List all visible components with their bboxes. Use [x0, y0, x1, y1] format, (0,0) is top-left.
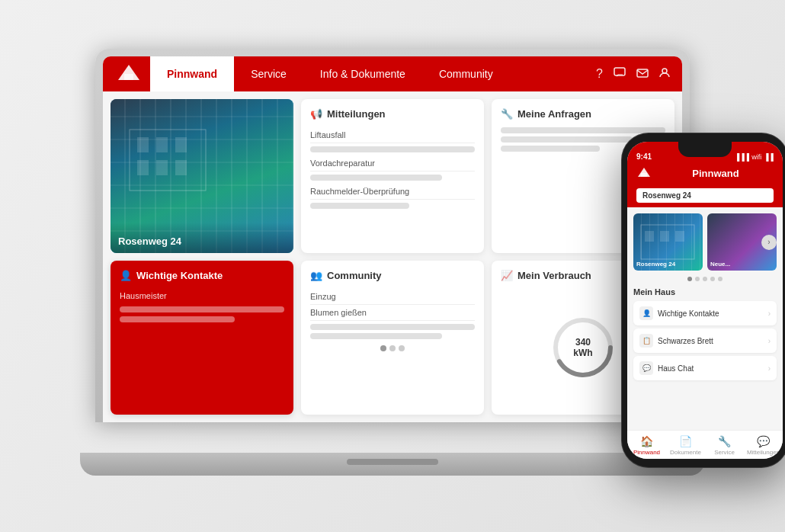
anfragen-title: 🔧 Meine Anfragen — [501, 108, 665, 120]
phone-menu-label-kontakte: Wichtige Kontakte — [658, 309, 719, 318]
app-logo — [115, 63, 143, 85]
dot-3 — [399, 345, 405, 351]
signal-icon: ▐▐▐ — [735, 153, 749, 161]
phone-dot-3 — [703, 277, 707, 281]
phone-img-1: Rosenweg 24 — [633, 213, 703, 271]
pinnwand-nav-label: Pinnwand — [633, 449, 660, 456]
phone-dot-4 — [710, 277, 715, 281]
phone-dot-2 — [695, 277, 700, 281]
phone-bottom-pinnwand[interactable]: 🏠 Pinnwand — [627, 435, 666, 456]
kontakte-item-1: Hausmeister — [120, 289, 284, 303]
kontakte-ph-1 — [120, 306, 284, 312]
chat-icon[interactable] — [614, 67, 626, 81]
phone: 9:41 ▐▐▐ wifi ▐▐ Pinnwand — [621, 133, 785, 468]
phone-bottom-dokumente[interactable]: 📄 Dokumente — [666, 435, 705, 456]
phone-bottom-mitteilungen[interactable]: 💬 Mitteilungen — [744, 435, 783, 456]
placeholder-2 — [310, 175, 442, 181]
svg-rect-3 — [637, 69, 648, 77]
laptop: Pinnwand Service Info & Dokumente Commun… — [95, 49, 690, 476]
community-ph-2 — [310, 333, 442, 339]
tab-pinnwand[interactable]: Pinnwand — [150, 56, 234, 91]
phone-address-bar: Rosenweg 24 — [627, 185, 783, 207]
building-image — [111, 99, 293, 253]
nav-action-icons: ? — [596, 67, 670, 81]
mail-icon[interactable] — [636, 67, 649, 81]
phone-navigation: Pinnwand — [627, 164, 783, 185]
hero-card: Rosenweg 24 — [111, 99, 293, 253]
tab-community[interactable]: Community — [422, 56, 510, 91]
placeholder-1 — [310, 146, 475, 152]
anfragen-icon: 🔧 — [501, 108, 513, 120]
community-icon: 👥 — [310, 270, 322, 281]
content-grid: Rosenweg 24 📢 Mitteilungen Liftausfall V… — [103, 91, 682, 422]
phone-dot-5 — [718, 277, 723, 281]
help-icon[interactable]: ? — [596, 67, 603, 81]
laptop-base — [80, 453, 705, 476]
nav-tabs: Pinnwand Service Info & Dokumente Commun… — [150, 56, 596, 91]
dokumente-nav-icon: 📄 — [678, 435, 694, 447]
top-navigation: Pinnwand Service Info & Dokumente Commun… — [103, 56, 682, 91]
phone-address-pill: Rosenweg 24 — [636, 188, 774, 203]
phone-menu-label-brett: Schwarzes Brett — [658, 337, 713, 345]
dokumente-nav-label: Dokumente — [670, 449, 701, 456]
phone-images-container: Rosenweg 24 Neue... › — [633, 213, 777, 271]
dot-1 — [380, 345, 386, 351]
phone-content: Rosenweg 24 Neue... › — [627, 207, 783, 430]
mitteilung-item-2: Vordachreparatur — [310, 155, 475, 171]
phone-images: Rosenweg 24 Neue... — [633, 213, 777, 271]
svg-rect-6 — [137, 137, 149, 152]
community-card: 👥 Community Einzug Blumen gießen — [301, 261, 484, 415]
laptop-screen: Pinnwand Service Info & Dokumente Commun… — [103, 56, 682, 422]
svg-rect-9 — [137, 160, 149, 175]
svg-rect-17 — [645, 231, 654, 242]
svg-rect-10 — [156, 160, 168, 175]
svg-rect-16 — [641, 225, 694, 259]
mitteilungen-card: 📢 Mitteilungen Liftausfall Vordachrepara… — [301, 99, 484, 253]
anfragen-ph-3 — [501, 146, 600, 152]
svg-rect-1 — [124, 74, 133, 80]
tab-info-dokumente[interactable]: Info & Dokumente — [303, 56, 422, 91]
kontakte-title: 👤 Wichtige Kontakte — [120, 270, 284, 281]
community-title: 👥 Community — [310, 270, 475, 281]
community-item-1: Einzug — [310, 289, 475, 305]
svg-rect-11 — [175, 160, 187, 175]
user-icon[interactable] — [659, 67, 670, 81]
phone-brett-icon: 📋 — [639, 334, 653, 348]
phone-bottom-service[interactable]: 🔧 Service — [705, 435, 744, 456]
phone-menu-item-brett[interactable]: 📋 Schwarzes Brett › — [633, 328, 777, 353]
mitteilungen-icon: 📢 — [310, 108, 322, 120]
phone-menu-item-kontakte[interactable]: 👤 Wichtige Kontakte › — [633, 301, 777, 325]
hero-address-label: Rosenweg 24 — [118, 236, 181, 247]
phone-image-dots — [633, 277, 777, 281]
battery-icon: ▐▐ — [764, 153, 774, 161]
phone-status-icons: ▐▐▐ wifi ▐▐ — [735, 153, 774, 161]
placeholder-3 — [310, 203, 409, 209]
phone-nav-title: Pinnwand — [658, 168, 774, 179]
phone-screen: 9:41 ▐▐▐ wifi ▐▐ Pinnwand — [627, 142, 783, 459]
svg-rect-18 — [660, 231, 669, 242]
laptop-body: Pinnwand Service Info & Dokumente Commun… — [95, 49, 690, 422]
service-nav-icon: 🔧 — [717, 435, 732, 447]
img-label-1: Rosenweg 24 — [636, 261, 675, 268]
chevron-right-icon-2: › — [768, 337, 771, 345]
chevron-right-icon-3: › — [768, 364, 771, 373]
phone-kontakte-icon: 👤 — [639, 306, 653, 320]
svg-rect-19 — [675, 231, 684, 242]
phone-dot-1 — [687, 277, 692, 281]
mitteilungen-title: 📢 Mitteilungen — [310, 108, 475, 120]
svg-rect-8 — [175, 137, 187, 152]
phone-menu-label-chat: Haus Chat — [658, 364, 694, 373]
service-nav-label: Service — [714, 449, 735, 456]
pinnwand-nav-icon: 🏠 — [639, 435, 655, 447]
phone-time: 9:41 — [636, 152, 652, 161]
svg-rect-15 — [641, 173, 647, 177]
tab-service[interactable]: Service — [234, 56, 303, 91]
phone-menu-item-chat[interactable]: 💬 Haus Chat › — [633, 356, 777, 380]
mitteilungen-nav-icon: 💬 — [756, 435, 771, 447]
images-next-button[interactable]: › — [761, 235, 777, 250]
kontakte-icon: 👤 — [120, 270, 132, 281]
verbrauch-icon: 📈 — [501, 270, 513, 281]
energy-gauge: 340 kWh — [549, 313, 617, 382]
anfragen-ph-2 — [501, 136, 633, 143]
phone-logo — [636, 167, 652, 179]
